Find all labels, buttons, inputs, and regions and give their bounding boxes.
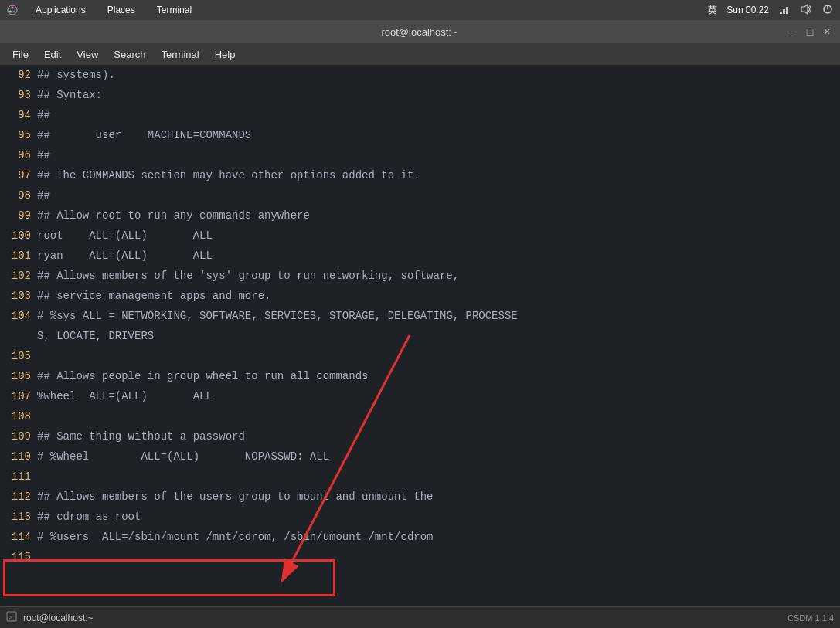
menu-help[interactable]: Help — [209, 46, 242, 63]
code-line-104: 104 # %sys ALL = NETWORKING, SOFTWARE, S… — [0, 306, 840, 326]
code-line-101: 101 ryan ALL=(ALL) ALL — [0, 246, 840, 266]
terminal-window: root@localhost:~ − □ × File Edit View Se… — [0, 20, 840, 628]
code-line-93: 93 ## Syntax: — [0, 85, 840, 105]
status-bar: >_ root@localhost:~ CSDM 1,1,4 — [0, 606, 840, 628]
code-line-110: 110 # %wheel ALL=(ALL) NOPASSWD: ALL — [0, 446, 840, 467]
minimize-button[interactable]: − — [786, 25, 800, 39]
close-button[interactable]: × — [820, 25, 834, 39]
code-line-103: 103 ## service management apps and more. — [0, 286, 840, 306]
system-bar-right: 英 Sun 00:22 — [708, 3, 834, 18]
code-area: 92 ## systems). 93 ## Syntax: 94 ## 95 #… — [0, 65, 840, 567]
code-line-95: 95 ## user MACHINE=COMMANDS — [0, 125, 840, 145]
menu-view[interactable]: View — [70, 46, 104, 63]
code-line-112: 112 ## Allows members of the users group… — [0, 487, 840, 507]
code-line-108: 108 — [0, 406, 840, 426]
terminal-status-icon: >_ — [6, 611, 17, 624]
svg-rect-4 — [780, 12, 782, 14]
distro-icon — [6, 4, 19, 16]
maximize-button[interactable]: □ — [803, 25, 817, 39]
cursor-position: CSDM 1,1,4 — [787, 613, 834, 623]
code-line-115: 115 — [0, 547, 840, 567]
svg-text:>_: >_ — [9, 613, 17, 621]
code-line-104-wrap: 104 S, LOCATE, DRIVERS — [0, 326, 840, 346]
menu-search[interactable]: Search — [107, 46, 151, 63]
places-menu[interactable]: Places — [103, 3, 140, 17]
code-line-99: 99 ## Allow root to run any commands any… — [0, 205, 840, 226]
window-title: root@localhost:~ — [381, 26, 457, 38]
code-line-106: 106 ## Allows people in group wheel to r… — [0, 366, 840, 386]
code-line-100: 100 root ALL=(ALL) ALL — [0, 226, 840, 246]
menu-file[interactable]: File — [6, 46, 35, 63]
status-right: CSDM 1,1,4 — [787, 613, 834, 623]
svg-point-3 — [13, 11, 15, 13]
code-line-107: 107 %wheel ALL=(ALL) ALL — [0, 386, 840, 406]
power-icon — [821, 3, 834, 18]
svg-point-2 — [9, 11, 12, 13]
code-line-109: 109 ## Same thing without a password — [0, 426, 840, 446]
status-left: >_ root@localhost:~ — [6, 611, 94, 624]
sound-icon — [800, 3, 812, 18]
menu-edit[interactable]: Edit — [38, 46, 67, 63]
code-line-113: 113 ## cdrom as root — [0, 507, 840, 527]
title-bar-buttons: − □ × — [786, 25, 834, 39]
svg-point-1 — [12, 7, 14, 9]
menu-terminal[interactable]: Terminal — [155, 46, 206, 63]
svg-rect-6 — [786, 7, 788, 14]
menu-bar: File Edit View Search Terminal Help — [0, 43, 840, 65]
system-bar-left: Applications Places Terminal — [6, 3, 196, 17]
code-line-111: 111 — [0, 467, 840, 487]
code-line-96: 96 ## — [0, 145, 840, 165]
code-line-92: 92 ## systems). — [0, 65, 840, 85]
svg-marker-7 — [801, 5, 808, 14]
applications-menu[interactable]: Applications — [31, 3, 90, 17]
network-icon — [778, 3, 791, 18]
terminal-menu[interactable]: Terminal — [152, 3, 196, 17]
code-line-98: 98 ## — [0, 185, 840, 205]
lang-indicator: 英 — [708, 4, 717, 17]
terminal-content[interactable]: 92 ## systems). 93 ## Syntax: 94 ## 95 #… — [0, 65, 840, 606]
svg-rect-5 — [783, 9, 785, 14]
code-line-94: 94 ## — [0, 105, 840, 125]
title-bar: root@localhost:~ − □ × — [0, 20, 840, 43]
status-terminal-label: root@localhost:~ — [23, 613, 94, 623]
code-line-102: 102 ## Allows members of the 'sys' group… — [0, 266, 840, 286]
datetime-display: Sun 00:22 — [726, 5, 769, 15]
system-bar: Applications Places Terminal 英 Sun 00:22 — [0, 0, 840, 20]
code-line-97: 97 ## The COMMANDS section may have othe… — [0, 165, 840, 185]
code-line-105: 105 — [0, 346, 840, 366]
code-line-114: 114 # %users ALL=/sbin/mount /mnt/cdrom,… — [0, 527, 840, 547]
